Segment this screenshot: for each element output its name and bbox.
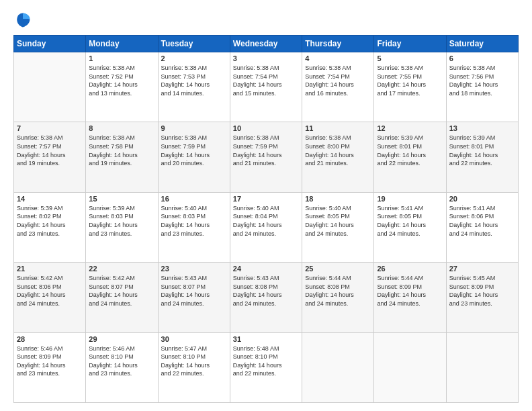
logo — [13, 11, 35, 30]
week-row-1: 1Sunrise: 5:38 AM Sunset: 7:52 PM Daylig… — [14, 52, 519, 122]
day-number: 9 — [161, 124, 227, 132]
calendar-cell: 23Sunrise: 5:43 AM Sunset: 8:07 PM Dayli… — [158, 263, 230, 332]
day-number: 21 — [17, 265, 83, 273]
day-number: 12 — [377, 124, 443, 132]
day-info: Sunrise: 5:38 AM Sunset: 7:59 PM Dayligh… — [233, 134, 299, 167]
calendar-cell: 16Sunrise: 5:40 AM Sunset: 8:03 PM Dayli… — [158, 192, 230, 262]
calendar-cell: 10Sunrise: 5:38 AM Sunset: 7:59 PM Dayli… — [230, 122, 302, 192]
day-info: Sunrise: 5:39 AM Sunset: 8:03 PM Dayligh… — [89, 204, 154, 238]
calendar-cell — [374, 332, 446, 402]
weekday-header-thursday: Thursday — [302, 36, 374, 52]
calendar-cell: 15Sunrise: 5:39 AM Sunset: 8:03 PM Dayli… — [86, 192, 158, 262]
day-info: Sunrise: 5:38 AM Sunset: 7:58 PM Dayligh… — [89, 134, 154, 167]
day-number: 17 — [233, 195, 299, 203]
calendar-cell — [14, 52, 86, 122]
calendar-cell: 24Sunrise: 5:43 AM Sunset: 8:08 PM Dayli… — [230, 263, 302, 332]
calendar-cell: 30Sunrise: 5:47 AM Sunset: 8:10 PM Dayli… — [158, 332, 230, 402]
day-info: Sunrise: 5:38 AM Sunset: 7:52 PM Dayligh… — [89, 64, 154, 97]
header — [13, 11, 519, 30]
day-number: 31 — [233, 335, 299, 343]
day-number: 24 — [233, 265, 299, 273]
day-number: 11 — [305, 124, 371, 132]
calendar-cell: 19Sunrise: 5:41 AM Sunset: 8:05 PM Dayli… — [374, 192, 446, 262]
calendar-cell: 25Sunrise: 5:44 AM Sunset: 8:08 PM Dayli… — [302, 263, 374, 332]
day-number: 15 — [89, 195, 154, 203]
day-number: 14 — [17, 195, 83, 203]
day-number: 29 — [89, 335, 154, 343]
day-number: 20 — [449, 195, 515, 203]
day-info: Sunrise: 5:43 AM Sunset: 8:08 PM Dayligh… — [233, 274, 299, 308]
weekday-header-saturday: Saturday — [446, 36, 518, 52]
day-number: 28 — [17, 335, 83, 343]
day-number: 2 — [161, 54, 227, 62]
calendar-cell: 20Sunrise: 5:41 AM Sunset: 8:06 PM Dayli… — [446, 192, 518, 262]
calendar-cell: 4Sunrise: 5:38 AM Sunset: 7:54 PM Daylig… — [302, 52, 374, 122]
day-number: 10 — [233, 124, 299, 132]
day-number: 27 — [449, 265, 515, 273]
day-info: Sunrise: 5:38 AM Sunset: 7:59 PM Dayligh… — [161, 134, 227, 167]
week-row-2: 7Sunrise: 5:38 AM Sunset: 7:57 PM Daylig… — [14, 122, 519, 192]
day-number: 19 — [377, 195, 443, 203]
calendar-cell: 14Sunrise: 5:39 AM Sunset: 8:02 PM Dayli… — [14, 192, 86, 262]
weekday-header-row: SundayMondayTuesdayWednesdayThursdayFrid… — [14, 36, 519, 52]
day-info: Sunrise: 5:40 AM Sunset: 8:04 PM Dayligh… — [233, 204, 299, 238]
day-info: Sunrise: 5:48 AM Sunset: 8:10 PM Dayligh… — [233, 345, 299, 378]
day-info: Sunrise: 5:39 AM Sunset: 8:01 PM Dayligh… — [377, 134, 443, 167]
day-number: 22 — [89, 265, 154, 273]
calendar-cell: 8Sunrise: 5:38 AM Sunset: 7:58 PM Daylig… — [86, 122, 158, 192]
day-info: Sunrise: 5:41 AM Sunset: 8:05 PM Dayligh… — [377, 204, 443, 238]
day-info: Sunrise: 5:42 AM Sunset: 8:06 PM Dayligh… — [17, 274, 83, 308]
calendar-cell: 27Sunrise: 5:45 AM Sunset: 8:09 PM Dayli… — [446, 263, 518, 332]
day-info: Sunrise: 5:44 AM Sunset: 8:09 PM Dayligh… — [377, 274, 443, 308]
calendar-cell — [302, 332, 374, 402]
day-number: 5 — [377, 54, 443, 62]
day-number: 1 — [89, 54, 154, 62]
day-number: 25 — [305, 265, 371, 273]
calendar-cell: 22Sunrise: 5:42 AM Sunset: 8:07 PM Dayli… — [86, 263, 158, 332]
day-info: Sunrise: 5:47 AM Sunset: 8:10 PM Dayligh… — [161, 345, 227, 378]
day-info: Sunrise: 5:38 AM Sunset: 7:54 PM Dayligh… — [233, 64, 299, 97]
calendar-cell: 29Sunrise: 5:46 AM Sunset: 8:10 PM Dayli… — [86, 332, 158, 402]
calendar-cell: 18Sunrise: 5:40 AM Sunset: 8:05 PM Dayli… — [302, 192, 374, 262]
day-info: Sunrise: 5:38 AM Sunset: 7:54 PM Dayligh… — [305, 64, 371, 97]
day-number: 3 — [233, 54, 299, 62]
weekday-header-wednesday: Wednesday — [230, 36, 302, 52]
calendar-cell: 21Sunrise: 5:42 AM Sunset: 8:06 PM Dayli… — [14, 263, 86, 332]
calendar-cell: 3Sunrise: 5:38 AM Sunset: 7:54 PM Daylig… — [230, 52, 302, 122]
calendar-cell: 12Sunrise: 5:39 AM Sunset: 8:01 PM Dayli… — [374, 122, 446, 192]
week-row-5: 28Sunrise: 5:46 AM Sunset: 8:09 PM Dayli… — [14, 332, 519, 402]
calendar-cell: 17Sunrise: 5:40 AM Sunset: 8:04 PM Dayli… — [230, 192, 302, 262]
day-info: Sunrise: 5:40 AM Sunset: 8:05 PM Dayligh… — [305, 204, 371, 238]
week-row-3: 14Sunrise: 5:39 AM Sunset: 8:02 PM Dayli… — [14, 192, 519, 262]
day-info: Sunrise: 5:38 AM Sunset: 7:57 PM Dayligh… — [17, 134, 83, 167]
weekday-header-friday: Friday — [374, 36, 446, 52]
day-info: Sunrise: 5:43 AM Sunset: 8:07 PM Dayligh… — [161, 274, 227, 308]
calendar-cell: 2Sunrise: 5:38 AM Sunset: 7:53 PM Daylig… — [158, 52, 230, 122]
weekday-header-monday: Monday — [86, 36, 158, 52]
calendar-cell: 7Sunrise: 5:38 AM Sunset: 7:57 PM Daylig… — [14, 122, 86, 192]
day-number: 6 — [449, 54, 515, 62]
weekday-header-sunday: Sunday — [14, 36, 86, 52]
day-info: Sunrise: 5:44 AM Sunset: 8:08 PM Dayligh… — [305, 274, 371, 308]
day-info: Sunrise: 5:41 AM Sunset: 8:06 PM Dayligh… — [449, 204, 515, 238]
calendar-cell: 28Sunrise: 5:46 AM Sunset: 8:09 PM Dayli… — [14, 332, 86, 402]
day-info: Sunrise: 5:38 AM Sunset: 8:00 PM Dayligh… — [305, 134, 371, 167]
calendar-table: SundayMondayTuesdayWednesdayThursdayFrid… — [13, 35, 519, 403]
calendar-cell: 1Sunrise: 5:38 AM Sunset: 7:52 PM Daylig… — [86, 52, 158, 122]
day-number: 26 — [377, 265, 443, 273]
calendar-cell: 11Sunrise: 5:38 AM Sunset: 8:00 PM Dayli… — [302, 122, 374, 192]
day-info: Sunrise: 5:46 AM Sunset: 8:09 PM Dayligh… — [17, 345, 83, 378]
day-info: Sunrise: 5:38 AM Sunset: 7:53 PM Dayligh… — [161, 64, 227, 97]
day-number: 23 — [161, 265, 227, 273]
calendar-cell: 26Sunrise: 5:44 AM Sunset: 8:09 PM Dayli… — [374, 263, 446, 332]
week-row-4: 21Sunrise: 5:42 AM Sunset: 8:06 PM Dayli… — [14, 263, 519, 332]
day-info: Sunrise: 5:45 AM Sunset: 8:09 PM Dayligh… — [449, 274, 515, 308]
page: SundayMondayTuesdayWednesdayThursdayFrid… — [0, 0, 532, 411]
day-number: 8 — [89, 124, 154, 132]
calendar-cell: 6Sunrise: 5:38 AM Sunset: 7:56 PM Daylig… — [446, 52, 518, 122]
day-info: Sunrise: 5:46 AM Sunset: 8:10 PM Dayligh… — [89, 345, 154, 378]
day-info: Sunrise: 5:39 AM Sunset: 8:01 PM Dayligh… — [449, 134, 515, 167]
day-number: 18 — [305, 195, 371, 203]
day-info: Sunrise: 5:38 AM Sunset: 7:56 PM Dayligh… — [449, 64, 515, 97]
day-number: 7 — [17, 124, 83, 132]
